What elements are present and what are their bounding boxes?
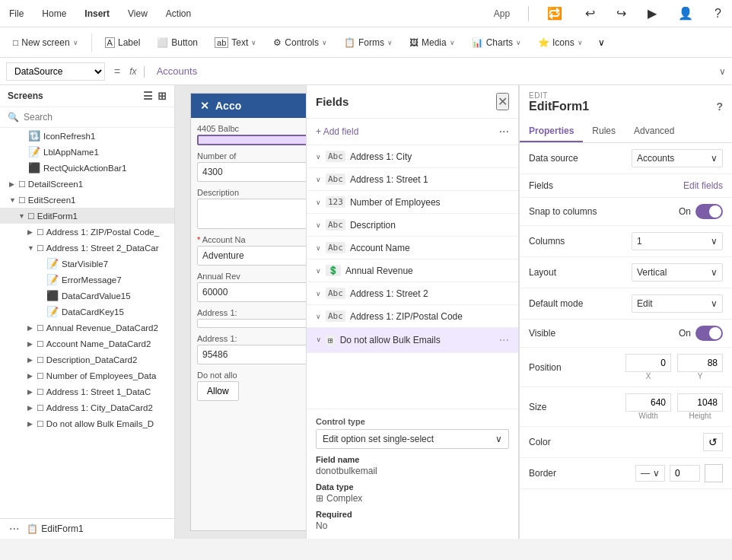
field-name-label: Description <box>350 220 509 231</box>
field-input[interactable] <box>197 135 306 145</box>
label-button[interactable]: A Label <box>98 33 148 52</box>
field-item-donotallow[interactable]: ∧ ⊞ Do not allow Bulk Emails ··· <box>307 328 518 353</box>
position-x-label: X <box>646 372 651 380</box>
menu-view[interactable]: View <box>125 7 151 21</box>
charts-button[interactable]: 📊 Charts ∨ <box>465 33 528 52</box>
menu-insert[interactable]: Insert <box>81 7 113 21</box>
editform-bottom-label[interactable]: 📋 EditForm1 <box>27 523 83 534</box>
form-close-button[interactable]: ✕ <box>200 100 209 112</box>
tree-item-detailscreen1[interactable]: ▶ □ DetailScreen1 <box>0 176 174 192</box>
tree-item-lblappname1[interactable]: 📝 LblAppName1 <box>0 144 174 160</box>
menu-file[interactable]: File <box>6 7 27 21</box>
layout-select[interactable]: Vertical ∨ <box>632 263 723 282</box>
screens-grid-icon[interactable]: ⊞ <box>158 90 167 102</box>
toolbar-icon-help[interactable]: ? <box>710 7 726 21</box>
columns-select[interactable]: 1 ∨ <box>632 232 723 250</box>
visible-toggle[interactable] <box>695 326 723 341</box>
edit-fields-link[interactable]: Edit fields <box>683 180 723 191</box>
tree-item-accountname[interactable]: ▶ □ Account Name_DataCard2 <box>0 336 174 352</box>
field-input[interactable]: 4300 <box>197 162 306 182</box>
field-item-num-employees[interactable]: ∨ 123 Number of Employees <box>307 191 518 214</box>
form-field-description: Description <box>197 188 306 229</box>
tree-item-addressstreet1[interactable]: ▶ □ Address 1: Street 1_DataC <box>0 383 174 399</box>
tree-item-iconrefresh1[interactable]: 🔃 IconRefresh1 <box>0 128 174 144</box>
toolbar-icon-redo[interactable]: ↪ <box>612 6 631 21</box>
allow-button[interactable]: Allow <box>197 381 239 401</box>
tree-item-annualrevenue[interactable]: ▶ □ Annual Revenue_DataCard2 <box>0 320 174 336</box>
screens-list-icon[interactable]: ☰ <box>143 90 153 102</box>
expand-icon: ▼ <box>18 212 26 220</box>
tree-item-datacardkey15[interactable]: 📝 DataCardKey15 <box>0 304 174 320</box>
border-style-select[interactable]: — ∨ <box>635 465 665 482</box>
field-item-address-city[interactable]: ∨ Abc Address 1: City <box>307 145 518 168</box>
menu-action[interactable]: Action <box>163 7 194 21</box>
text-button[interactable]: ab Text ∨ <box>208 33 263 52</box>
formula-chevron-icon[interactable]: ∨ <box>719 66 726 77</box>
position-y-input[interactable] <box>677 354 723 372</box>
size-height-input[interactable] <box>677 393 723 412</box>
field-input[interactable] <box>197 319 306 328</box>
field-type-currency-icon: 💲 <box>326 265 341 276</box>
field-input[interactable]: 95486 <box>197 345 306 364</box>
field-item-description[interactable]: ∨ Abc Description <box>307 214 518 237</box>
sidebar-more-button[interactable]: ··· <box>6 522 22 536</box>
item-icon-rect: ⬛ <box>28 162 40 173</box>
tree-item-numemployees[interactable]: ▶ □ Number of Employees_Data <box>0 368 174 383</box>
field-input[interactable]: 60000 <box>197 282 306 302</box>
fields-more-icon[interactable]: ··· <box>499 125 509 138</box>
add-field-button[interactable]: + Add field ··· <box>307 119 518 145</box>
icons-btn-text: Icons <box>552 37 574 48</box>
tree-item-donotallow[interactable]: ▶ □ Do not allow Bulk Emails_D <box>0 415 174 431</box>
toolbar-more-button[interactable]: ∨ <box>593 33 611 52</box>
formula-input[interactable] <box>152 63 713 79</box>
media-button[interactable]: 🖼 Media ∨ <box>403 33 462 52</box>
tree-item-description[interactable]: ▶ □ Description_DataCard2 <box>0 352 174 368</box>
field-item-address-street1[interactable]: ∨ Abc Address 1: Street 1 <box>307 168 518 191</box>
controls-button[interactable]: ⚙ Controls ∨ <box>266 33 334 52</box>
snap-toggle[interactable] <box>695 204 723 219</box>
toolbar-icon-play[interactable]: ▶ <box>643 6 661 21</box>
tree-item-editform1[interactable]: ▼ □ EditForm1 <box>0 208 174 224</box>
tree-item-rectquickaction[interactable]: ⬛ RectQuickActionBar1 <box>0 160 174 176</box>
toolbar-icon-undo[interactable]: ↩ <box>581 6 600 21</box>
toolbar: □ New screen ∨ A Label ⬜ Button ab Text … <box>0 27 732 58</box>
tree-item-addresscity[interactable]: ▶ □ Address 1: City_DataCard2 <box>0 399 174 415</box>
field-input[interactable]: Adventure <box>197 246 306 266</box>
field-item-annual-revenue[interactable]: ∨ 💲 Annual Revenue <box>307 259 518 282</box>
tab-advanced[interactable]: Advanced <box>625 121 683 142</box>
default-mode-select[interactable]: Edit ∨ <box>632 294 723 313</box>
control-type-select[interactable]: Edit option set single-select ∨ <box>316 429 509 449</box>
field-more-button[interactable]: ··· <box>499 333 509 347</box>
menu-home[interactable]: Home <box>39 7 69 21</box>
charts-chevron-icon: ∨ <box>516 39 521 46</box>
field-item-address-street2[interactable]: ∨ Abc Address 1: Street 2 <box>307 282 518 305</box>
tree-item-datacardvalue15[interactable]: ⬛ DataCardValue15 <box>0 288 174 304</box>
tree-item-addresszip[interactable]: ▶ □ Address 1: ZIP/Postal Code_ <box>0 224 174 240</box>
tree-item-starvisible7[interactable]: 📝 StarVisible7 <box>0 256 174 272</box>
new-screen-button[interactable]: □ New screen ∨ <box>6 33 85 52</box>
help-icon[interactable]: ? <box>716 100 723 113</box>
field-item-account-name[interactable]: ∨ Abc Account Name <box>307 237 518 259</box>
data-source-select[interactable]: Accounts ∨ <box>632 149 723 167</box>
tree-item-editscreen1[interactable]: ▼ □ EditScreen1 <box>0 192 174 208</box>
equals-button[interactable]: = <box>111 65 123 78</box>
icons-button[interactable]: ⭐ Icons ∨ <box>531 33 590 52</box>
toolbar-icon-user[interactable]: 👤 <box>673 6 698 21</box>
datasource-select[interactable]: DataSource <box>6 62 105 81</box>
button-button[interactable]: ⬜ Button <box>150 33 205 52</box>
tree-item-addressstreet2[interactable]: ▼ □ Address 1: Street 2_DataCar <box>0 240 174 256</box>
position-x-input[interactable] <box>625 354 671 372</box>
field-item-address-zip[interactable]: ∨ Abc Address 1: ZIP/Postal Code <box>307 305 518 328</box>
border-color-swatch[interactable] <box>705 464 723 482</box>
color-refresh-button[interactable]: ↺ <box>703 433 723 451</box>
fields-close-button[interactable]: ✕ <box>496 93 509 110</box>
border-width-input[interactable] <box>670 465 700 482</box>
toolbar-icon-refresh[interactable]: 🔁 <box>541 6 568 21</box>
tree-item-errormessage7[interactable]: 📝 ErrorMessage7 <box>0 272 174 288</box>
forms-button[interactable]: 📋 Forms ∨ <box>337 33 399 52</box>
field-input[interactable] <box>197 199 306 229</box>
tab-properties[interactable]: Properties <box>520 121 583 142</box>
size-width-input[interactable] <box>625 393 671 412</box>
tab-rules[interactable]: Rules <box>583 121 625 142</box>
search-input[interactable] <box>24 112 167 123</box>
